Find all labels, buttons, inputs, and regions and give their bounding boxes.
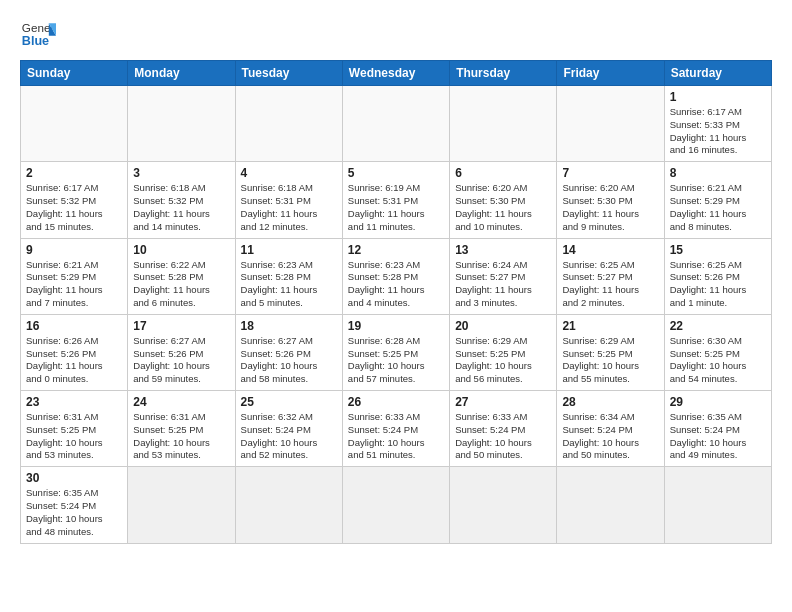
calendar-cell: 25Sunrise: 6:32 AM Sunset: 5:24 PM Dayli… [235, 391, 342, 467]
calendar: SundayMondayTuesdayWednesdayThursdayFrid… [20, 60, 772, 544]
day-number: 3 [133, 166, 229, 180]
calendar-cell [557, 467, 664, 543]
calendar-cell: 16Sunrise: 6:26 AM Sunset: 5:26 PM Dayli… [21, 314, 128, 390]
day-info: Sunrise: 6:22 AM Sunset: 5:28 PM Dayligh… [133, 259, 229, 310]
day-number: 16 [26, 319, 122, 333]
day-info: Sunrise: 6:25 AM Sunset: 5:26 PM Dayligh… [670, 259, 766, 310]
day-info: Sunrise: 6:34 AM Sunset: 5:24 PM Dayligh… [562, 411, 658, 462]
day-number: 9 [26, 243, 122, 257]
day-info: Sunrise: 6:31 AM Sunset: 5:25 PM Dayligh… [26, 411, 122, 462]
calendar-cell: 5Sunrise: 6:19 AM Sunset: 5:31 PM Daylig… [342, 162, 449, 238]
day-number: 30 [26, 471, 122, 485]
day-info: Sunrise: 6:33 AM Sunset: 5:24 PM Dayligh… [455, 411, 551, 462]
day-info: Sunrise: 6:27 AM Sunset: 5:26 PM Dayligh… [241, 335, 337, 386]
week-row-4: 16Sunrise: 6:26 AM Sunset: 5:26 PM Dayli… [21, 314, 772, 390]
day-number: 17 [133, 319, 229, 333]
day-number: 1 [670, 90, 766, 104]
calendar-cell: 19Sunrise: 6:28 AM Sunset: 5:25 PM Dayli… [342, 314, 449, 390]
calendar-cell [342, 86, 449, 162]
calendar-cell: 1Sunrise: 6:17 AM Sunset: 5:33 PM Daylig… [664, 86, 771, 162]
weekday-header-thursday: Thursday [450, 61, 557, 86]
day-number: 18 [241, 319, 337, 333]
day-number: 26 [348, 395, 444, 409]
day-number: 10 [133, 243, 229, 257]
calendar-cell: 4Sunrise: 6:18 AM Sunset: 5:31 PM Daylig… [235, 162, 342, 238]
calendar-cell: 7Sunrise: 6:20 AM Sunset: 5:30 PM Daylig… [557, 162, 664, 238]
calendar-cell [557, 86, 664, 162]
calendar-cell: 26Sunrise: 6:33 AM Sunset: 5:24 PM Dayli… [342, 391, 449, 467]
calendar-cell [235, 86, 342, 162]
calendar-cell [128, 86, 235, 162]
weekday-header-tuesday: Tuesday [235, 61, 342, 86]
calendar-cell: 22Sunrise: 6:30 AM Sunset: 5:25 PM Dayli… [664, 314, 771, 390]
day-info: Sunrise: 6:23 AM Sunset: 5:28 PM Dayligh… [348, 259, 444, 310]
calendar-cell: 6Sunrise: 6:20 AM Sunset: 5:30 PM Daylig… [450, 162, 557, 238]
day-info: Sunrise: 6:17 AM Sunset: 5:33 PM Dayligh… [670, 106, 766, 157]
day-number: 12 [348, 243, 444, 257]
weekday-header-monday: Monday [128, 61, 235, 86]
day-info: Sunrise: 6:20 AM Sunset: 5:30 PM Dayligh… [562, 182, 658, 233]
day-info: Sunrise: 6:18 AM Sunset: 5:32 PM Dayligh… [133, 182, 229, 233]
calendar-cell: 21Sunrise: 6:29 AM Sunset: 5:25 PM Dayli… [557, 314, 664, 390]
calendar-cell: 30Sunrise: 6:35 AM Sunset: 5:24 PM Dayli… [21, 467, 128, 543]
calendar-cell [128, 467, 235, 543]
day-number: 7 [562, 166, 658, 180]
calendar-cell: 24Sunrise: 6:31 AM Sunset: 5:25 PM Dayli… [128, 391, 235, 467]
day-number: 25 [241, 395, 337, 409]
calendar-cell [235, 467, 342, 543]
calendar-cell: 3Sunrise: 6:18 AM Sunset: 5:32 PM Daylig… [128, 162, 235, 238]
day-info: Sunrise: 6:33 AM Sunset: 5:24 PM Dayligh… [348, 411, 444, 462]
week-row-5: 23Sunrise: 6:31 AM Sunset: 5:25 PM Dayli… [21, 391, 772, 467]
calendar-cell: 2Sunrise: 6:17 AM Sunset: 5:32 PM Daylig… [21, 162, 128, 238]
day-number: 28 [562, 395, 658, 409]
week-row-3: 9Sunrise: 6:21 AM Sunset: 5:29 PM Daylig… [21, 238, 772, 314]
calendar-cell [21, 86, 128, 162]
day-info: Sunrise: 6:24 AM Sunset: 5:27 PM Dayligh… [455, 259, 551, 310]
day-info: Sunrise: 6:29 AM Sunset: 5:25 PM Dayligh… [455, 335, 551, 386]
day-info: Sunrise: 6:30 AM Sunset: 5:25 PM Dayligh… [670, 335, 766, 386]
day-info: Sunrise: 6:20 AM Sunset: 5:30 PM Dayligh… [455, 182, 551, 233]
logo-icon: General Blue [20, 16, 56, 52]
calendar-cell: 18Sunrise: 6:27 AM Sunset: 5:26 PM Dayli… [235, 314, 342, 390]
day-info: Sunrise: 6:35 AM Sunset: 5:24 PM Dayligh… [26, 487, 122, 538]
day-info: Sunrise: 6:21 AM Sunset: 5:29 PM Dayligh… [670, 182, 766, 233]
calendar-cell: 9Sunrise: 6:21 AM Sunset: 5:29 PM Daylig… [21, 238, 128, 314]
day-number: 23 [26, 395, 122, 409]
calendar-cell: 15Sunrise: 6:25 AM Sunset: 5:26 PM Dayli… [664, 238, 771, 314]
weekday-header-wednesday: Wednesday [342, 61, 449, 86]
day-info: Sunrise: 6:19 AM Sunset: 5:31 PM Dayligh… [348, 182, 444, 233]
calendar-cell: 28Sunrise: 6:34 AM Sunset: 5:24 PM Dayli… [557, 391, 664, 467]
day-number: 22 [670, 319, 766, 333]
day-info: Sunrise: 6:18 AM Sunset: 5:31 PM Dayligh… [241, 182, 337, 233]
calendar-cell: 12Sunrise: 6:23 AM Sunset: 5:28 PM Dayli… [342, 238, 449, 314]
day-info: Sunrise: 6:31 AM Sunset: 5:25 PM Dayligh… [133, 411, 229, 462]
day-info: Sunrise: 6:35 AM Sunset: 5:24 PM Dayligh… [670, 411, 766, 462]
day-number: 27 [455, 395, 551, 409]
weekday-header-friday: Friday [557, 61, 664, 86]
day-number: 4 [241, 166, 337, 180]
week-row-2: 2Sunrise: 6:17 AM Sunset: 5:32 PM Daylig… [21, 162, 772, 238]
day-number: 21 [562, 319, 658, 333]
day-info: Sunrise: 6:29 AM Sunset: 5:25 PM Dayligh… [562, 335, 658, 386]
day-number: 15 [670, 243, 766, 257]
day-number: 24 [133, 395, 229, 409]
calendar-cell: 13Sunrise: 6:24 AM Sunset: 5:27 PM Dayli… [450, 238, 557, 314]
calendar-cell [664, 467, 771, 543]
weekday-header-sunday: Sunday [21, 61, 128, 86]
day-number: 29 [670, 395, 766, 409]
calendar-cell: 8Sunrise: 6:21 AM Sunset: 5:29 PM Daylig… [664, 162, 771, 238]
header: General Blue [20, 16, 772, 52]
week-row-6: 30Sunrise: 6:35 AM Sunset: 5:24 PM Dayli… [21, 467, 772, 543]
day-number: 20 [455, 319, 551, 333]
calendar-cell [450, 86, 557, 162]
day-info: Sunrise: 6:32 AM Sunset: 5:24 PM Dayligh… [241, 411, 337, 462]
day-number: 14 [562, 243, 658, 257]
day-info: Sunrise: 6:23 AM Sunset: 5:28 PM Dayligh… [241, 259, 337, 310]
calendar-cell: 17Sunrise: 6:27 AM Sunset: 5:26 PM Dayli… [128, 314, 235, 390]
day-number: 11 [241, 243, 337, 257]
day-number: 2 [26, 166, 122, 180]
day-info: Sunrise: 6:28 AM Sunset: 5:25 PM Dayligh… [348, 335, 444, 386]
calendar-cell: 11Sunrise: 6:23 AM Sunset: 5:28 PM Dayli… [235, 238, 342, 314]
day-number: 13 [455, 243, 551, 257]
logo: General Blue [20, 16, 56, 52]
